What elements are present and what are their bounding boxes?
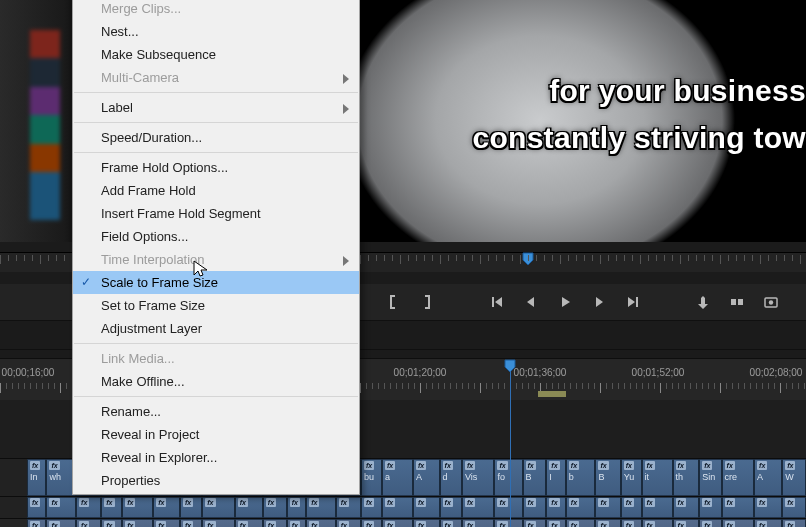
clip[interactable]: fx <box>153 497 180 518</box>
menu-item-make-offline[interactable]: Make Offline... <box>73 370 359 393</box>
clip[interactable]: fx <box>46 519 76 527</box>
clip[interactable]: fx <box>523 519 547 527</box>
clip[interactable]: fx <box>287 497 306 518</box>
clip[interactable]: fxcre <box>722 459 754 496</box>
track-graphics[interactable]: fxfxfxfxfxfxfxfxfxfxfxfxfxfxfxfxfxfxfxfx… <box>0 518 806 527</box>
extract-button[interactable] <box>720 284 754 320</box>
menu-item-speed-duration[interactable]: Speed/Duration... <box>73 126 359 149</box>
clip[interactable]: fx <box>27 519 46 527</box>
clip[interactable]: fx <box>180 519 202 527</box>
clip[interactable]: fx <box>782 519 806 527</box>
goto-in-button[interactable] <box>480 284 514 320</box>
clip[interactable]: fx <box>153 519 180 527</box>
clip[interactable]: fxth <box>673 459 700 496</box>
clip[interactable]: fx <box>566 497 596 518</box>
clip[interactable]: fx <box>202 519 234 527</box>
menu-item-reveal-in-explorer[interactable]: Reveal in Explorer... <box>73 446 359 469</box>
clip[interactable]: fx <box>523 497 547 518</box>
clip[interactable]: fx <box>494 519 522 527</box>
clip[interactable]: fx <box>642 497 673 518</box>
clip[interactable]: fx <box>306 519 336 527</box>
clip[interactable]: fxVis <box>462 459 494 496</box>
clip[interactable]: fxYu <box>621 459 642 496</box>
clip[interactable]: fx <box>76 519 101 527</box>
clip[interactable]: fxit <box>642 459 673 496</box>
menu-item-adjustment-layer[interactable]: Adjustment Layer <box>73 317 359 340</box>
clip[interactable]: fx <box>235 519 263 527</box>
clip[interactable]: fx <box>413 497 440 518</box>
clip[interactable]: fx <box>382 519 413 527</box>
menu-item-insert-frame-hold-segment[interactable]: Insert Frame Hold Segment <box>73 202 359 225</box>
menu-item-set-to-frame-size[interactable]: Set to Frame Size <box>73 294 359 317</box>
menu-item-scale-to-frame-size[interactable]: ✓Scale to Frame Size <box>73 271 359 294</box>
clip[interactable]: fx <box>494 497 522 518</box>
clip[interactable]: fxB <box>595 459 620 496</box>
clip[interactable]: fx <box>546 497 565 518</box>
clip[interactable]: fx <box>440 497 462 518</box>
clip[interactable]: fx <box>336 519 361 527</box>
clip[interactable]: fx <box>754 519 782 527</box>
clip[interactable]: fx <box>440 519 462 527</box>
clip[interactable]: fx <box>673 519 700 527</box>
clip[interactable]: fx <box>722 497 754 518</box>
clip[interactable]: fx <box>621 497 642 518</box>
clip[interactable]: fx <box>413 519 440 527</box>
step-forward-button[interactable] <box>582 284 616 320</box>
clip[interactable]: fxd <box>440 459 462 496</box>
menu-item-rename[interactable]: Rename... <box>73 400 359 423</box>
clip[interactable]: fxIn <box>27 459 46 496</box>
clip[interactable]: fx <box>263 519 287 527</box>
menu-item-label[interactable]: Label <box>73 96 359 119</box>
menu-item-nest[interactable]: Nest... <box>73 20 359 43</box>
clip[interactable]: fxa <box>382 459 413 496</box>
clip[interactable]: fx <box>76 497 101 518</box>
clip[interactable]: fx <box>782 497 806 518</box>
clip[interactable]: fx <box>382 497 413 518</box>
step-back-button[interactable] <box>514 284 548 320</box>
play-button[interactable] <box>548 284 582 320</box>
clip[interactable]: fx <box>306 497 336 518</box>
clip[interactable]: fx <box>462 519 494 527</box>
clip[interactable]: fxA <box>754 459 782 496</box>
clip[interactable]: fxbu <box>361 459 382 496</box>
clip[interactable]: fx <box>101 519 122 527</box>
menu-item-field-options[interactable]: Field Options... <box>73 225 359 248</box>
clip[interactable]: fx <box>101 497 122 518</box>
clip[interactable]: fx <box>722 519 754 527</box>
goto-out-button[interactable] <box>616 284 650 320</box>
clip[interactable]: fxA <box>413 459 440 496</box>
clip[interactable]: fx <box>673 497 700 518</box>
menu-item-reveal-in-project[interactable]: Reveal in Project <box>73 423 359 446</box>
clip[interactable]: fxI <box>546 459 565 496</box>
clip[interactable]: fx <box>621 519 642 527</box>
clip[interactable]: fx <box>122 519 153 527</box>
timeline-playhead[interactable] <box>510 359 511 400</box>
menu-item-add-frame-hold[interactable]: Add Frame Hold <box>73 179 359 202</box>
clip[interactable]: fx <box>202 497 234 518</box>
clip[interactable]: fx <box>595 497 620 518</box>
menu-item-frame-hold-options[interactable]: Frame Hold Options... <box>73 156 359 179</box>
bracket-out-button[interactable] <box>410 284 444 320</box>
clip[interactable]: fx <box>595 519 620 527</box>
lift-button[interactable] <box>686 284 720 320</box>
clip[interactable]: fx <box>699 497 721 518</box>
clip[interactable]: fx <box>180 497 202 518</box>
export-frame-button[interactable] <box>754 284 788 320</box>
clip[interactable]: fxb <box>566 459 596 496</box>
clip[interactable]: fx <box>361 497 382 518</box>
track-v1[interactable]: fxfxfxfxfxfxfxfxfxfxfxfxfxfxfxfxfxfxfxfx… <box>0 496 806 518</box>
clip[interactable]: fx <box>462 497 494 518</box>
clip[interactable]: fx <box>361 519 382 527</box>
clip[interactable]: fx <box>263 497 287 518</box>
clip[interactable]: fx <box>287 519 306 527</box>
clip[interactable]: fx <box>336 497 361 518</box>
clip[interactable]: fx <box>699 519 721 527</box>
in-out-range[interactable] <box>538 391 566 397</box>
clip[interactable]: fx <box>566 519 596 527</box>
clip[interactable]: fxfo <box>494 459 522 496</box>
bracket-in-button[interactable] <box>376 284 410 320</box>
clip[interactable]: fxSin <box>699 459 721 496</box>
clip[interactable]: fx <box>642 519 673 527</box>
clip[interactable]: fx <box>46 497 76 518</box>
clip[interactable]: fxB <box>523 459 547 496</box>
